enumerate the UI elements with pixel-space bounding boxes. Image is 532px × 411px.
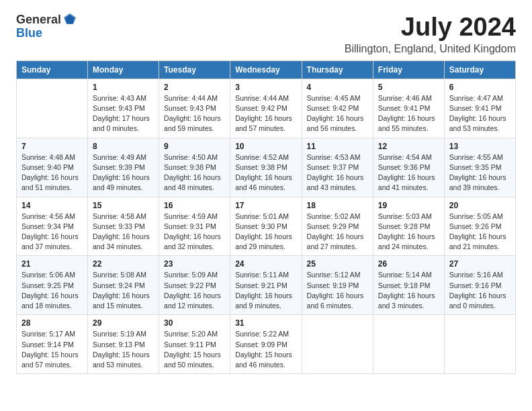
weekday-header-wednesday: Wednesday [230, 60, 302, 79]
calendar-cell: 10Sunrise: 4:52 AMSunset: 9:38 PMDayligh… [230, 138, 302, 197]
day-number: 23 [164, 259, 225, 269]
day-number: 16 [164, 201, 225, 210]
calendar-cell [444, 315, 515, 374]
cell-daylight-info: Sunrise: 4:52 AMSunset: 9:38 PMDaylight:… [235, 152, 296, 193]
day-number: 3 [235, 83, 296, 92]
day-number: 7 [21, 142, 83, 151]
cell-daylight-info: Sunrise: 4:44 AMSunset: 9:43 PMDaylight:… [164, 93, 225, 134]
day-number: 11 [307, 142, 368, 151]
month-title: July 2024 [345, 13, 516, 42]
calendar-cell: 30Sunrise: 5:20 AMSunset: 9:11 PMDayligh… [159, 315, 230, 374]
calendar-cell: 8Sunrise: 4:49 AMSunset: 9:39 PMDaylight… [88, 138, 159, 197]
cell-daylight-info: Sunrise: 5:11 AMSunset: 9:21 PMDaylight:… [235, 270, 296, 311]
calendar-cell: 24Sunrise: 5:11 AMSunset: 9:21 PMDayligh… [230, 256, 302, 315]
calendar-cell: 21Sunrise: 5:06 AMSunset: 9:25 PMDayligh… [17, 256, 88, 315]
calendar-cell: 9Sunrise: 4:50 AMSunset: 9:38 PMDaylight… [159, 138, 230, 197]
cell-daylight-info: Sunrise: 5:19 AMSunset: 9:13 PMDaylight:… [93, 329, 154, 370]
cell-daylight-info: Sunrise: 4:49 AMSunset: 9:39 PMDaylight:… [93, 152, 154, 193]
cell-daylight-info: Sunrise: 4:59 AMSunset: 9:31 PMDaylight:… [164, 212, 225, 253]
cell-daylight-info: Sunrise: 5:14 AMSunset: 9:18 PMDaylight:… [378, 270, 439, 311]
day-number: 17 [235, 201, 296, 210]
cell-daylight-info: Sunrise: 4:53 AMSunset: 9:37 PMDaylight:… [307, 152, 368, 193]
title-section: July 2024 Billington, England, United Ki… [345, 13, 516, 55]
weekday-header-sunday: Sunday [17, 60, 88, 79]
day-number: 14 [21, 201, 83, 210]
calendar-cell [17, 79, 88, 138]
calendar-cell: 22Sunrise: 5:08 AMSunset: 9:24 PMDayligh… [88, 256, 159, 315]
cell-daylight-info: Sunrise: 5:05 AMSunset: 9:26 PMDaylight:… [449, 212, 511, 253]
day-number: 2 [164, 83, 225, 92]
cell-daylight-info: Sunrise: 4:46 AMSunset: 9:41 PMDaylight:… [378, 93, 439, 134]
cell-daylight-info: Sunrise: 4:45 AMSunset: 9:42 PMDaylight:… [307, 93, 368, 134]
cell-daylight-info: Sunrise: 4:47 AMSunset: 9:41 PMDaylight:… [449, 93, 511, 134]
day-number: 6 [449, 83, 511, 92]
weekday-header-monday: Monday [88, 60, 159, 79]
day-number: 13 [449, 142, 511, 151]
cell-daylight-info: Sunrise: 5:22 AMSunset: 9:09 PMDaylight:… [235, 329, 296, 370]
calendar-week-row: 14Sunrise: 4:56 AMSunset: 9:34 PMDayligh… [17, 197, 516, 256]
day-number: 12 [378, 142, 439, 151]
weekday-header-saturday: Saturday [444, 60, 515, 79]
cell-daylight-info: Sunrise: 5:17 AMSunset: 9:14 PMDaylight:… [21, 329, 83, 370]
day-number: 1 [93, 83, 154, 92]
day-number: 27 [449, 259, 511, 269]
calendar-cell: 25Sunrise: 5:12 AMSunset: 9:19 PMDayligh… [302, 256, 373, 315]
day-number: 28 [21, 318, 83, 328]
day-number: 8 [93, 142, 154, 151]
cell-daylight-info: Sunrise: 4:43 AMSunset: 9:43 PMDaylight:… [93, 93, 154, 134]
cell-daylight-info: Sunrise: 4:44 AMSunset: 9:42 PMDaylight:… [235, 93, 296, 134]
day-number: 19 [378, 201, 439, 210]
day-number: 4 [307, 83, 368, 92]
calendar-cell: 6Sunrise: 4:47 AMSunset: 9:41 PMDaylight… [444, 79, 515, 138]
calendar-cell: 12Sunrise: 4:54 AMSunset: 9:36 PMDayligh… [373, 138, 444, 197]
day-number: 29 [93, 318, 154, 328]
cell-daylight-info: Sunrise: 5:03 AMSunset: 9:28 PMDaylight:… [378, 212, 439, 253]
day-number: 24 [235, 259, 296, 269]
calendar-week-row: 1Sunrise: 4:43 AMSunset: 9:43 PMDaylight… [17, 79, 516, 138]
calendar-cell: 2Sunrise: 4:44 AMSunset: 9:43 PMDaylight… [159, 79, 230, 138]
calendar-cell: 26Sunrise: 5:14 AMSunset: 9:18 PMDayligh… [373, 256, 444, 315]
calendar-cell: 11Sunrise: 4:53 AMSunset: 9:37 PMDayligh… [302, 138, 373, 197]
calendar-cell: 31Sunrise: 5:22 AMSunset: 9:09 PMDayligh… [230, 315, 302, 374]
calendar-week-row: 28Sunrise: 5:17 AMSunset: 9:14 PMDayligh… [17, 315, 516, 374]
day-number: 20 [449, 201, 511, 210]
day-number: 22 [93, 259, 154, 269]
weekday-header-friday: Friday [373, 60, 444, 79]
weekday-header-thursday: Thursday [302, 60, 373, 79]
cell-daylight-info: Sunrise: 5:06 AMSunset: 9:25 PMDaylight:… [21, 270, 83, 311]
cell-daylight-info: Sunrise: 5:08 AMSunset: 9:24 PMDaylight:… [93, 270, 154, 311]
calendar-cell [373, 315, 444, 374]
calendar-cell: 14Sunrise: 4:56 AMSunset: 9:34 PMDayligh… [17, 197, 88, 256]
cell-daylight-info: Sunrise: 5:20 AMSunset: 9:11 PMDaylight:… [164, 329, 225, 370]
calendar-cell: 5Sunrise: 4:46 AMSunset: 9:41 PMDaylight… [373, 79, 444, 138]
day-number: 10 [235, 142, 296, 151]
cell-daylight-info: Sunrise: 4:48 AMSunset: 9:40 PMDaylight:… [21, 152, 83, 193]
calendar-cell: 4Sunrise: 4:45 AMSunset: 9:42 PMDaylight… [302, 79, 373, 138]
day-number: 5 [378, 83, 439, 92]
calendar-cell: 13Sunrise: 4:55 AMSunset: 9:35 PMDayligh… [444, 138, 515, 197]
location-title: Billington, England, United Kingdom [345, 43, 516, 55]
logo-blue: Blue [16, 27, 42, 40]
calendar-cell: 16Sunrise: 4:59 AMSunset: 9:31 PMDayligh… [159, 197, 230, 256]
weekday-header-row: SundayMondayTuesdayWednesdayThursdayFrid… [17, 60, 516, 79]
day-number: 18 [307, 201, 368, 210]
cell-daylight-info: Sunrise: 4:54 AMSunset: 9:36 PMDaylight:… [378, 152, 439, 193]
logo: General Blue [16, 13, 77, 40]
day-number: 30 [164, 318, 225, 328]
cell-daylight-info: Sunrise: 4:56 AMSunset: 9:34 PMDaylight:… [21, 212, 83, 253]
calendar-cell: 29Sunrise: 5:19 AMSunset: 9:13 PMDayligh… [88, 315, 159, 374]
cell-daylight-info: Sunrise: 5:02 AMSunset: 9:29 PMDaylight:… [307, 212, 368, 253]
calendar-cell: 1Sunrise: 4:43 AMSunset: 9:43 PMDaylight… [88, 79, 159, 138]
calendar-cell: 17Sunrise: 5:01 AMSunset: 9:30 PMDayligh… [230, 197, 302, 256]
calendar-cell: 28Sunrise: 5:17 AMSunset: 9:14 PMDayligh… [17, 315, 88, 374]
calendar-cell: 23Sunrise: 5:09 AMSunset: 9:22 PMDayligh… [159, 256, 230, 315]
day-number: 26 [378, 259, 439, 269]
calendar-cell: 20Sunrise: 5:05 AMSunset: 9:26 PMDayligh… [444, 197, 515, 256]
cell-daylight-info: Sunrise: 4:50 AMSunset: 9:38 PMDaylight:… [164, 152, 225, 193]
cell-daylight-info: Sunrise: 5:16 AMSunset: 9:16 PMDaylight:… [449, 270, 511, 311]
calendar-cell: 27Sunrise: 5:16 AMSunset: 9:16 PMDayligh… [444, 256, 515, 315]
calendar-cell [302, 315, 373, 374]
day-number: 31 [235, 318, 296, 328]
calendar-week-row: 7Sunrise: 4:48 AMSunset: 9:40 PMDaylight… [17, 138, 516, 197]
calendar-cell: 3Sunrise: 4:44 AMSunset: 9:42 PMDaylight… [230, 79, 302, 138]
